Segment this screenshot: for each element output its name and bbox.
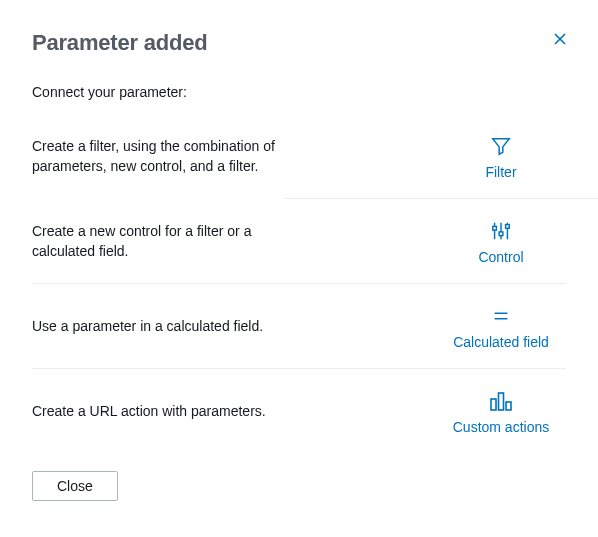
option-desc: Create a URL action with parameters. [32, 401, 266, 421]
option-label: Calculated field [453, 334, 549, 350]
option-row-custom-actions: Create a URL action with parameters. Cus… [32, 369, 566, 453]
option-desc: Create a new control for a filter or a c… [32, 221, 314, 262]
funnel-icon [487, 132, 515, 160]
custom-actions-action[interactable]: Custom actions [436, 387, 566, 435]
close-button[interactable]: Close [32, 471, 118, 501]
equals-icon [487, 302, 515, 330]
close-icon[interactable] [550, 30, 570, 50]
option-label: Control [478, 249, 523, 265]
svg-rect-7 [506, 225, 510, 229]
option-label: Filter [485, 164, 516, 180]
svg-rect-12 [506, 402, 511, 410]
option-desc: Use a parameter in a calculated field. [32, 316, 263, 336]
control-action[interactable]: Control [436, 217, 566, 265]
parameter-added-dialog: Parameter added Connect your parameter: … [0, 0, 598, 521]
option-row-calculated-field: Use a parameter in a calculated field. C… [32, 284, 566, 368]
option-row-filter: Create a filter, using the combination o… [32, 114, 566, 198]
svg-rect-5 [499, 232, 503, 236]
options-list: Create a filter, using the combination o… [32, 114, 566, 453]
option-label: Custom actions [453, 419, 549, 435]
sliders-icon [487, 217, 515, 245]
svg-rect-10 [491, 399, 496, 410]
svg-rect-3 [493, 226, 497, 230]
filter-action[interactable]: Filter [436, 132, 566, 180]
dialog-title: Parameter added [32, 30, 208, 56]
dialog-header: Parameter added [32, 30, 566, 56]
option-desc: Create a filter, using the combination o… [32, 136, 314, 177]
option-row-control: Create a new control for a filter or a c… [32, 199, 566, 283]
svg-rect-11 [499, 393, 504, 410]
calculated-field-action[interactable]: Calculated field [436, 302, 566, 350]
dialog-footer: Close [32, 471, 566, 501]
subtitle: Connect your parameter: [32, 84, 566, 100]
bar-chart-icon [487, 387, 515, 415]
